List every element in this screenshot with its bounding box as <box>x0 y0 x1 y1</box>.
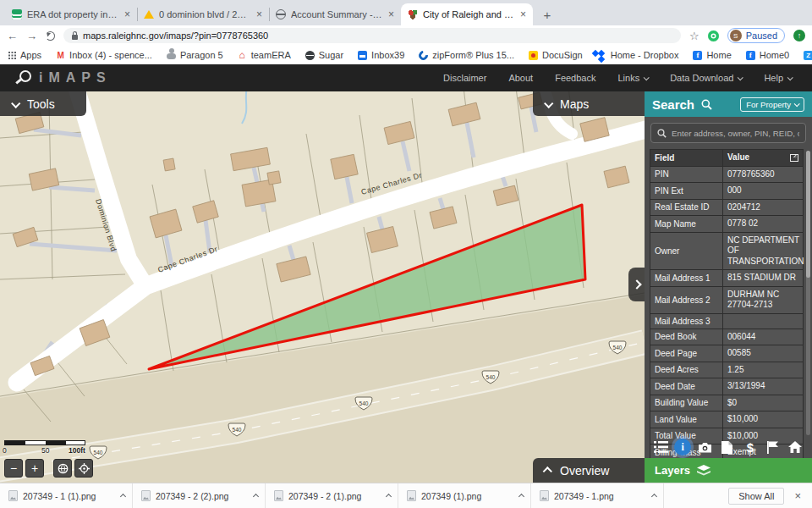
chevron-up-icon[interactable] <box>253 494 259 500</box>
table-row: OwnerNC DEPARTMENT OF TRANSPORTATION <box>650 233 803 271</box>
bookmark-paragon[interactable]: Paragon 5 <box>167 50 223 60</box>
download-item[interactable]: 207349 - 1.png <box>531 483 664 508</box>
download-item[interactable]: 207349 - 2 (2).png <box>133 483 266 508</box>
zipform-icon <box>417 48 430 61</box>
facebook-icon <box>746 51 755 60</box>
bookmark-label: Home <box>706 50 731 60</box>
close-icon[interactable]: × <box>520 8 526 20</box>
scale-label: 50 <box>41 446 49 455</box>
reload-icon[interactable] <box>46 31 55 41</box>
omnibox[interactable]: maps.raleighnc.gov/imaps/?pin=0778765360 <box>63 28 681 43</box>
table-row: Land Value$10,000 <box>650 411 803 428</box>
extension-icon[interactable] <box>708 30 719 41</box>
bookmark-sugar[interactable]: Sugar <box>305 50 343 60</box>
search-input[interactable] <box>672 129 799 138</box>
forward-icon[interactable]: → <box>26 30 37 42</box>
bookmark-inbox[interactable]: Inbox (4) - spence... <box>56 50 152 60</box>
nav-data-download[interactable]: Data Download <box>670 73 742 83</box>
chevron-up-icon[interactable] <box>120 494 126 500</box>
close-icon[interactable]: × <box>388 8 394 20</box>
panel-scrollbar[interactable] <box>806 151 810 435</box>
search-box <box>650 123 806 143</box>
download-item[interactable]: 207349 - 1 (1).png <box>0 483 133 508</box>
table-row: Map Name0778 02 <box>650 216 803 233</box>
tab-era-property[interactable]: ERA dot property info - Google × <box>5 3 137 25</box>
chevron-down-icon <box>544 98 553 108</box>
zap-icon <box>804 51 812 60</box>
close-icon[interactable]: × <box>124 8 130 20</box>
download-item[interactable]: 207349 (1).png <box>398 483 531 508</box>
bookmark-apps[interactable]: Apps <box>8 50 41 60</box>
tab-account-summary[interactable]: Account Summary - 0204712 × <box>269 3 401 25</box>
chevron-up-icon[interactable] <box>518 494 524 500</box>
search-icon <box>701 99 712 110</box>
flag-button[interactable] <box>764 438 782 456</box>
tab-dominion-blvd[interactable]: 0 dominion blvd / 207349 - Goo × <box>137 3 269 25</box>
back-icon[interactable]: ← <box>7 30 18 42</box>
new-tab-button[interactable]: + <box>538 5 557 24</box>
chevron-down-icon <box>738 75 743 80</box>
bookmark-star-icon[interactable]: ☆ <box>689 30 700 42</box>
image-file-icon <box>274 490 283 501</box>
export-icon[interactable] <box>790 154 798 162</box>
documents-button[interactable] <box>718 438 737 456</box>
tax-button[interactable]: $ <box>741 438 760 456</box>
globe-icon <box>58 463 69 474</box>
chevron-up-icon[interactable] <box>386 494 392 500</box>
bookmark-zipform[interactable]: zipForm® Plus 15... <box>419 50 514 60</box>
url-bar: ← → maps.raleighnc.gov/imaps/?pin=077876… <box>0 25 812 46</box>
tab-title: 0 dominion blvd / 207349 - Goo <box>159 9 251 19</box>
zoom-out-button[interactable]: − <box>4 459 23 478</box>
bookmark-label: Home - Dropbox <box>611 50 679 60</box>
info-button[interactable]: i <box>674 439 691 456</box>
chevron-up-icon[interactable] <box>651 494 657 500</box>
image-file-icon <box>540 490 549 501</box>
panel-toolbar: i $ <box>645 436 812 458</box>
bookmark-dropbox[interactable]: Home - Dropbox <box>597 50 679 60</box>
bookmark-home[interactable]: Home <box>693 50 731 60</box>
locate-button[interactable] <box>74 459 93 478</box>
tools-button[interactable]: Tools <box>0 91 86 116</box>
list-icon <box>654 441 668 453</box>
shield-label: 540 <box>233 427 242 433</box>
panel-expand-handle[interactable] <box>628 268 645 301</box>
search-header: Search For Property <box>645 91 812 117</box>
map-canvas[interactable]: Dominion Blvd Cape Charles Dr Cape Charl… <box>0 91 645 483</box>
update-icon[interactable]: ↑ <box>793 30 805 41</box>
tab-imaps-active[interactable]: City of Raleigh and Wake Coun × <box>401 3 533 25</box>
list-view-button[interactable] <box>651 438 670 456</box>
overview-button[interactable]: Overview <box>533 458 645 483</box>
download-item[interactable]: 207349 - 2 (1).png <box>266 483 398 508</box>
home-button[interactable] <box>786 438 804 456</box>
photos-button[interactable] <box>695 438 714 456</box>
tab-title: City of Raleigh and Wake Coun <box>423 9 515 19</box>
bookmark-label: zipForm® Plus 15... <box>432 50 514 60</box>
close-icon[interactable]: × <box>794 489 801 502</box>
nav-links[interactable]: Links <box>617 73 648 83</box>
table-row: Mail Address 1815 STADIUM DR <box>650 270 803 287</box>
download-filename: 207349 - 2 (2).png <box>156 491 249 501</box>
search-mode-button[interactable]: For Property <box>740 97 804 112</box>
bookmark-docusign[interactable]: DocuSign <box>529 50 583 60</box>
maps-button[interactable]: Maps <box>533 91 645 116</box>
zoom-in-button[interactable]: + <box>25 459 44 478</box>
bookmark-zap[interactable]: Zap <box>804 50 812 60</box>
nav-help[interactable]: Help <box>764 73 792 83</box>
bookmark-inbox39[interactable]: Inbox39 <box>358 50 404 60</box>
close-icon[interactable]: × <box>256 8 262 20</box>
table-row: Mail Address 2DURHAM NC 27704-2713 <box>650 287 803 314</box>
sync-paused-badge[interactable]: S Paused <box>727 28 785 43</box>
layers-button[interactable]: Layers <box>645 458 812 483</box>
chevron-down-icon <box>644 75 650 80</box>
nav-disclaimer[interactable]: Disclaimer <box>443 73 486 83</box>
nav-feedback[interactable]: Feedback <box>555 73 595 83</box>
nav-about[interactable]: About <box>508 73 533 83</box>
full-extent-button[interactable] <box>53 459 72 478</box>
image-file-icon <box>141 490 151 501</box>
tab-strip: ERA dot property info - Google × 0 domin… <box>0 0 812 25</box>
bookmark-teamera[interactable]: teamERA <box>238 50 291 60</box>
show-all-button[interactable]: Show All <box>728 488 784 505</box>
gmail-icon <box>56 51 65 60</box>
bookmark-home0[interactable]: Home0 <box>746 50 789 60</box>
imaps-nav: Disclaimer About Feedback Links Data Dow… <box>443 73 798 83</box>
